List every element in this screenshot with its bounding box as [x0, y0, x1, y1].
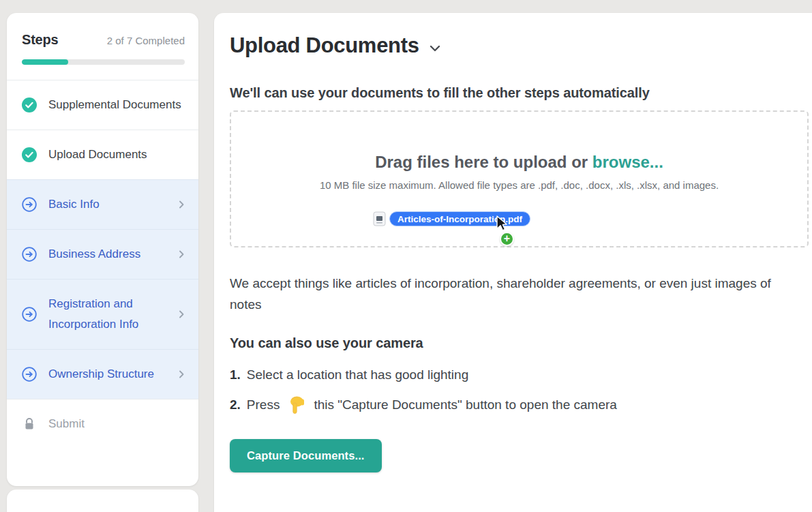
- instruction-number: 2.: [230, 397, 241, 412]
- sidebar-item-label: Supplemental Documents: [48, 95, 186, 115]
- title-dropdown-chevron-icon[interactable]: [430, 45, 440, 52]
- page-title: Upload Documents: [230, 33, 419, 58]
- instruction-number: 1.: [230, 367, 241, 382]
- sidebar-item-label: Upload Documents: [48, 145, 186, 165]
- arrow-circle-icon: [22, 367, 37, 382]
- chevron-right-icon: [177, 310, 186, 319]
- camera-instructions: 1. Select a location that has good light…: [230, 367, 805, 415]
- instruction-text-suffix: this "Capture Documents" button to open …: [314, 397, 616, 412]
- accept-note: We accept things like articles of incorp…: [230, 273, 797, 315]
- dropzone-headline: Drag files here to upload or browse...: [231, 112, 807, 172]
- instruction-1: 1. Select a location that has good light…: [230, 367, 805, 382]
- arrow-circle-icon: [22, 197, 37, 212]
- browse-link[interactable]: browse...: [592, 153, 663, 171]
- lock-icon: [22, 417, 37, 432]
- check-circle-icon: [22, 97, 37, 112]
- steps-progress-label: 2 of 7 Completed: [107, 35, 185, 46]
- dropzone-headline-text: Drag files here to upload or: [375, 153, 592, 171]
- intro-heading: We'll can use your documents to fill the…: [230, 85, 805, 101]
- sidebar-item-registration-incorporation[interactable]: Registration and Incorporation Info: [7, 279, 198, 349]
- check-circle-icon: [22, 147, 37, 162]
- sidebar-item-business-address[interactable]: Business Address: [7, 229, 198, 279]
- sidebar-item-ownership-structure[interactable]: Ownership Structure: [7, 349, 198, 399]
- sidebar-item-supplemental-documents[interactable]: Supplemental Documents: [7, 80, 198, 130]
- instruction-text: Select a location that has good lighting: [247, 367, 468, 382]
- instruction-2: 2. Press this "Capture Documents" button…: [230, 395, 805, 415]
- file-dropzone[interactable]: Drag files here to upload or browse... 1…: [230, 110, 809, 247]
- dropzone-restrictions: 10 MB file size maximum. Allowed file ty…: [231, 179, 807, 191]
- sidebar-item-label: Ownership Structure: [48, 364, 165, 385]
- steps-header: Steps 2 of 7 Completed: [7, 13, 198, 65]
- upload-documents-panel: Upload Documents We'll can use your docu…: [214, 13, 812, 512]
- arrow-circle-icon: [22, 307, 37, 322]
- steps-sidebar: Steps 2 of 7 Completed Supplemental Docu…: [7, 13, 198, 486]
- sidebar-item-upload-documents[interactable]: Upload Documents: [7, 130, 198, 179]
- progress-bar: [22, 59, 185, 65]
- sidebar-item-label: Business Address: [48, 244, 165, 265]
- pointing-down-hand-icon: [288, 395, 305, 415]
- chevron-right-icon: [177, 200, 186, 209]
- chevron-right-icon: [177, 250, 186, 259]
- sidebar-item-submit[interactable]: Submit: [7, 399, 198, 449]
- file-icon: [373, 211, 386, 226]
- steps-title: Steps: [22, 32, 58, 48]
- instruction-text-prefix: Press: [247, 397, 280, 412]
- sidebar-item-label: Submit: [48, 414, 186, 434]
- drag-copy-plus-icon: +: [500, 232, 514, 246]
- chevron-right-icon: [177, 370, 186, 379]
- sidebar-item-label: Registration and Incorporation Info: [48, 294, 165, 335]
- next-card-peek: [7, 490, 198, 512]
- progress-fill: [22, 59, 68, 65]
- sidebar-item-label: Basic Info: [48, 194, 165, 215]
- arrow-circle-icon: [22, 247, 37, 262]
- camera-heading: You can also use your camera: [230, 335, 805, 351]
- capture-documents-button[interactable]: Capture Documents...: [230, 439, 382, 472]
- sidebar-item-basic-info[interactable]: Basic Info: [7, 179, 198, 229]
- mouse-cursor-icon: [496, 215, 509, 232]
